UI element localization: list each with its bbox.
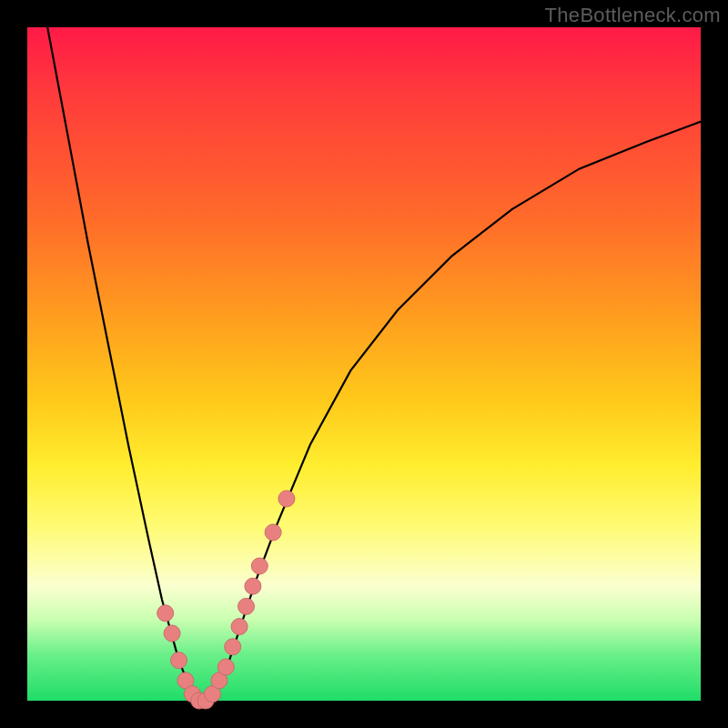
marker-dot — [265, 524, 281, 541]
marker-dot — [171, 652, 187, 669]
marker-dot — [225, 639, 241, 655]
marker-dot — [251, 558, 268, 574]
watermark-text: TheBottleneck.com — [545, 4, 721, 27]
chart-frame: TheBottleneck.com — [0, 0, 728, 728]
curve-svg — [27, 27, 701, 701]
marker-dot — [164, 625, 180, 642]
marker-dot — [245, 578, 261, 594]
marker-dot — [217, 659, 234, 675]
plot-area — [27, 27, 701, 701]
marker-dot — [157, 605, 174, 622]
marker-dot — [238, 598, 255, 614]
bottleneck-curve — [47, 27, 701, 701]
marker-dot — [231, 619, 248, 635]
marker-dot — [278, 490, 295, 507]
highlight-markers — [157, 490, 295, 709]
